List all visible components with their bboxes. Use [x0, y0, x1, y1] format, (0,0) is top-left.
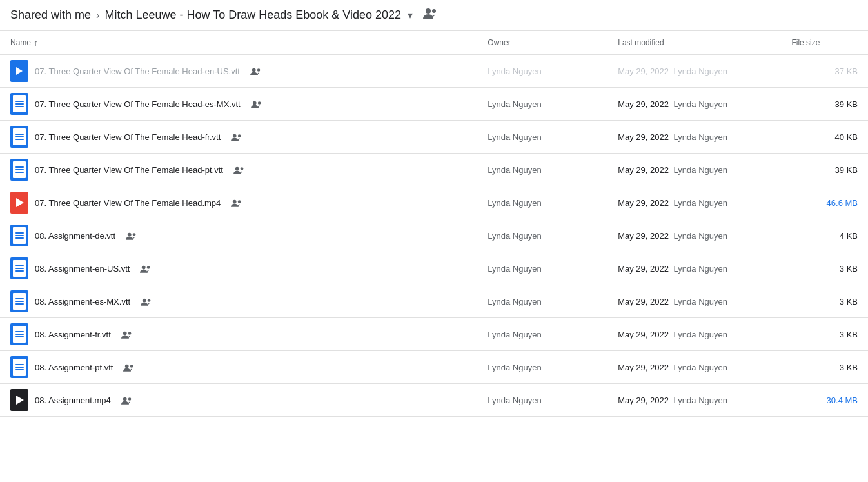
svg-point-16 — [143, 299, 146, 303]
file-size-cell: 3 KB — [781, 252, 868, 285]
file-table: Name ↑ Owner Last modified File size 07.… — [0, 31, 868, 417]
svg-point-15 — [147, 266, 150, 269]
file-size-cell: 39 KB — [781, 154, 868, 186]
document-file-icon — [10, 257, 28, 279]
svg-point-3 — [257, 68, 261, 72]
file-name-label: 07. Three Quarter View Of The Female Hea… — [35, 66, 240, 76]
owner-cell: Lynda Nguyen — [477, 384, 607, 417]
file-size-cell: 3 KB — [781, 351, 868, 384]
file-name-label: 08. Assignment-pt.vtt — [35, 363, 113, 372]
owner-cell: Lynda Nguyen — [477, 351, 607, 384]
file-name-cell[interactable]: 08. Assignment-es-MX.vtt — [0, 285, 477, 318]
svg-point-21 — [130, 365, 133, 368]
file-name-cell[interactable]: 07. Three Quarter View Of The Female Hea… — [0, 121, 477, 154]
file-name-cell[interactable]: 08. Assignment-pt.vtt — [0, 351, 477, 384]
file-name-cell[interactable]: 07. Three Quarter View Of The Female Hea… — [0, 186, 477, 219]
owner-cell: Lynda Nguyen — [477, 285, 607, 318]
shared-icon — [137, 296, 152, 306]
shared-icon — [247, 99, 262, 109]
svg-point-13 — [133, 233, 136, 236]
file-name-cell[interactable]: 07. Three Quarter View Of The Female Hea… — [0, 88, 477, 121]
svg-point-11 — [238, 200, 241, 203]
modified-cell: May 29, 2022 Lynda Nguyen — [607, 351, 781, 384]
table-row[interactable]: 07. Three Quarter View Of The Female Hea… — [0, 88, 868, 121]
breadcrumb-shared-with-me[interactable]: Shared with me — [10, 8, 91, 22]
modified-cell: May 29, 2022 Lynda Nguyen — [607, 219, 781, 252]
modified-cell: May 29, 2022 Lynda Nguyen — [607, 384, 781, 417]
table-row[interactable]: 08. Assignment-de.vtt Lynda Nguyen May 2… — [0, 219, 868, 252]
document-file-icon — [10, 225, 28, 246]
svg-point-17 — [148, 299, 151, 302]
file-size-cell: 4 KB — [781, 219, 868, 252]
table-row[interactable]: 07. Three Quarter View Of The Female Hea… — [0, 55, 868, 88]
svg-point-1 — [432, 9, 436, 13]
shared-icon — [230, 165, 245, 175]
document-file-icon — [10, 159, 28, 181]
svg-point-6 — [233, 134, 237, 138]
owner-cell: Lynda Nguyen — [477, 55, 607, 88]
owner-cell: Lynda Nguyen — [477, 154, 607, 186]
col-header-name[interactable]: Name ↑ — [0, 31, 477, 55]
shared-people-icon[interactable] — [423, 8, 437, 23]
file-size-cell: 3 KB — [781, 285, 868, 318]
svg-point-5 — [257, 101, 261, 105]
svg-point-4 — [253, 101, 257, 105]
table-header-row: Name ↑ Owner Last modified File size — [0, 31, 868, 55]
file-name-cell[interactable]: 07. Three Quarter View Of The Female Hea… — [0, 154, 477, 186]
modified-cell: May 29, 2022 Lynda Nguyen — [607, 121, 781, 154]
svg-point-12 — [128, 233, 132, 237]
file-name-label: 07. Three Quarter View Of The Female Hea… — [35, 132, 221, 142]
svg-point-7 — [238, 134, 241, 137]
file-size-cell: 46.6 MB — [781, 186, 868, 219]
col-header-size[interactable]: File size — [781, 31, 868, 55]
document-file-icon — [10, 126, 28, 148]
video-file-icon — [10, 389, 28, 411]
file-name-cell[interactable]: 08. Assignment-de.vtt — [0, 219, 477, 252]
breadcrumb-folder-name[interactable]: Mitch Leeuwe - How To Draw Heads Ebook &… — [104, 8, 401, 22]
table-row[interactable]: 08. Assignment-fr.vtt Lynda Nguyen May 2… — [0, 318, 868, 351]
svg-point-19 — [128, 332, 132, 335]
file-size-cell: 3 KB — [781, 318, 868, 351]
svg-point-23 — [128, 397, 132, 401]
owner-cell: Lynda Nguyen — [477, 318, 607, 351]
table-row[interactable]: 07. Three Quarter View Of The Female Hea… — [0, 154, 868, 186]
shared-icon — [122, 230, 137, 241]
svg-point-8 — [235, 167, 239, 171]
file-name-cell[interactable]: 08. Assignment-en-US.vtt — [0, 252, 477, 285]
table-row[interactable]: 07. Three Quarter View Of The Female Hea… — [0, 186, 868, 219]
document-file-icon — [10, 93, 28, 115]
svg-point-0 — [426, 8, 431, 14]
shared-icon — [136, 263, 152, 274]
table-row[interactable]: 08. Assignment-pt.vtt Lynda Nguyen May 2… — [0, 351, 868, 384]
owner-cell: Lynda Nguyen — [477, 186, 607, 219]
modified-cell: May 29, 2022 Lynda Nguyen — [607, 186, 781, 219]
svg-point-18 — [123, 332, 127, 336]
svg-point-20 — [125, 365, 129, 368]
shared-icon — [227, 197, 242, 208]
document-file-icon — [10, 323, 28, 345]
file-name-label: 08. Assignment.mp4 — [35, 396, 111, 405]
video-file-icon — [10, 192, 28, 214]
document-file-icon — [10, 356, 28, 378]
col-header-owner[interactable]: Owner — [477, 31, 607, 55]
file-name-label: 08. Assignment-fr.vtt — [35, 330, 111, 339]
shared-icon — [246, 66, 262, 76]
sort-arrow-icon: ↑ — [34, 37, 38, 48]
file-name-label: 07. Three Quarter View Of The Female Hea… — [35, 198, 221, 208]
owner-cell: Lynda Nguyen — [477, 88, 607, 121]
table-row[interactable]: 08. Assignment-en-US.vtt Lynda Nguyen Ma… — [0, 252, 868, 285]
table-row[interactable]: 07. Three Quarter View Of The Female Hea… — [0, 121, 868, 154]
file-name-cell[interactable]: 07. Three Quarter View Of The Female Hea… — [0, 55, 477, 88]
file-name-cell[interactable]: 08. Assignment-fr.vtt — [0, 318, 477, 351]
col-header-modified[interactable]: Last modified — [607, 31, 781, 55]
table-row[interactable]: 08. Assignment-es-MX.vtt Lynda Nguyen Ma… — [0, 285, 868, 318]
file-name-cell[interactable]: 08. Assignment.mp4 — [0, 384, 477, 417]
breadcrumb-bar: Shared with me › Mitch Leeuwe - How To D… — [0, 0, 868, 31]
table-row[interactable]: 08. Assignment.mp4 Lynda Nguyen May 29, … — [0, 384, 868, 417]
breadcrumb-dropdown-arrow[interactable]: ▾ — [408, 9, 413, 21]
file-size-cell: 30.4 MB — [781, 384, 868, 417]
svg-point-14 — [142, 266, 146, 270]
owner-cell: Lynda Nguyen — [477, 121, 607, 154]
file-name-label: 07. Three Quarter View Of The Female Hea… — [35, 165, 223, 175]
modified-cell: May 29, 2022 Lynda Nguyen — [607, 55, 781, 88]
